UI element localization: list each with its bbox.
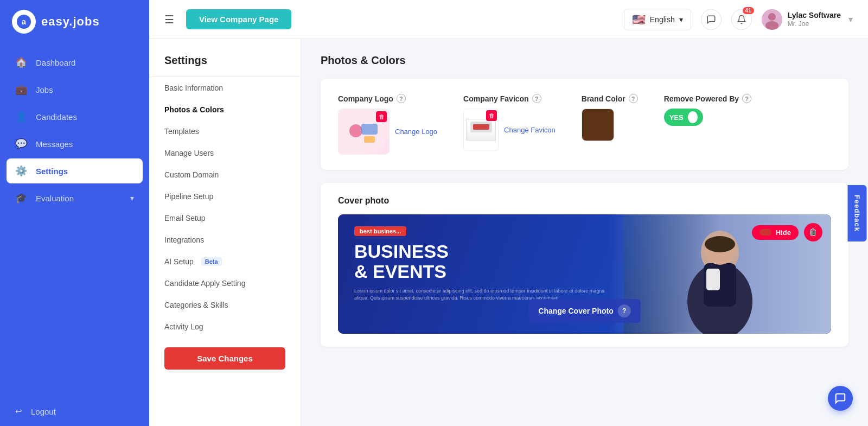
remove-powered-by-toggle[interactable]: YES [664,109,703,126]
language-label: English [650,15,675,24]
user-role: Mr. Joe [788,20,841,29]
company-logo-label: Company Logo ? [338,94,437,103]
settings-nav-email-setup[interactable]: Email Setup [149,207,301,229]
favicon-inner [466,119,496,141]
settings-nav-categories-skills[interactable]: Categories & Skills [149,294,301,316]
photos-colors-card: Company Logo ? [321,79,848,170]
toggle-knob [688,111,698,123]
settings-nav-basic-information[interactable]: Basic Information [149,77,301,99]
topbar-right: 🇺🇸 English ▾ 41 [624,9,853,30]
remove-powered-by-col: Remove Powered By ? YES [664,94,752,126]
remove-powered-by-label: Remove Powered By ? [664,94,752,103]
view-company-button[interactable]: View Company Page [186,9,291,29]
brand-color-help-icon[interactable]: ? [629,94,638,103]
settings-nav-custom-domain[interactable]: Custom Domain [149,164,301,186]
cover-photo-title: Cover photo [338,196,831,206]
svg-point-15 [705,236,735,252]
user-company: Lylac Software [788,10,841,20]
user-avatar [762,9,782,30]
logout-icon: ↩ [15,406,22,416]
change-cover-button[interactable]: Change Cover Photo ? [528,299,640,323]
jobs-icon: 💼 [15,84,27,96]
chat-icon-button[interactable] [701,9,722,30]
logout-button[interactable]: ↩ Logout [0,397,149,426]
settings-nav-candidate-apply[interactable]: Candidate Apply Setting [149,272,301,294]
feedback-tab[interactable]: Feedback [848,185,867,241]
favicon-delete-button[interactable]: 🗑 [486,110,497,121]
sidebar: a easy.jobs 🏠 Dashboard 💼 Jobs 👤 Candida… [0,0,149,426]
brand-color-swatch[interactable] [582,109,614,141]
company-favicon-help-icon[interactable]: ? [532,94,541,103]
notification-badge: 41 [743,7,754,14]
company-logo-preview: 🗑 [338,109,390,155]
cover-overlay-bottom: Change Cover Photo ? [338,323,831,334]
change-favicon-link[interactable]: Change Favicon [504,126,556,134]
svg-point-4 [765,21,778,30]
sidebar-item-messages[interactable]: 💬 Messages [0,130,149,157]
sidebar-item-jobs[interactable]: 💼 Jobs [0,76,149,103]
cover-delete-button[interactable]: 🗑 [804,223,822,241]
chat-bubble-button[interactable] [828,386,853,411]
sidebar-item-dashboard[interactable]: 🏠 Dashboard [0,49,149,76]
hide-button[interactable]: Hide [752,225,799,240]
settings-nav-templates[interactable]: Templates [149,120,301,142]
svg-rect-8 [364,136,375,143]
cover-tag: best busines... [354,226,406,236]
settings-icon: ⚙️ [15,165,27,177]
cover-top-actions: Hide 🗑 [752,223,822,241]
settings-nav-photos-colors[interactable]: Photos & Colors [149,99,301,120]
company-logo-col: Company Logo ? [338,94,437,155]
svg-text:a: a [22,17,26,26]
topbar: ☰ View Company Page 🇺🇸 English ▾ 41 [149,0,868,39]
cover-person-svg [676,214,763,334]
settings-nav-pipeline-setup[interactable]: Pipeline Setup [149,186,301,207]
cover-image: best busines... BUSINESS & EVENTS Lorem … [338,214,831,334]
lang-chevron: ▾ [679,15,683,24]
logo-icon: a [12,10,36,34]
hamburger-icon[interactable]: ☰ [164,13,174,26]
settings-nav-ai-setup[interactable]: AI Setup Beta [149,251,301,272]
sidebar-item-candidates[interactable]: 👤 Candidates [0,103,149,130]
sidebar-item-settings[interactable]: ⚙️ Settings [7,158,143,183]
company-logo-help-icon[interactable]: ? [397,94,406,103]
home-icon: 🏠 [15,56,27,68]
settings-title: Settings [149,54,301,77]
remove-powered-by-help-icon[interactable]: ? [742,94,751,103]
sidebar-item-evaluation[interactable]: 🎓 Evaluation ▾ [0,185,149,212]
change-cover-help-icon: ? [618,304,631,317]
settings-nav-manage-users[interactable]: Manage Users [149,142,301,164]
notification-button[interactable]: 41 [731,9,752,30]
hide-toggle [760,229,771,236]
beta-badge: Beta [201,257,222,266]
svg-rect-16 [706,269,720,290]
cover-photo-section: Cover photo best busines... BUSINESS & E… [321,183,848,347]
settings-nav-activity-log[interactable]: Activity Log [149,316,301,338]
user-chevron: ▾ [848,14,853,24]
settings-sidebar: Settings Basic Information Photos & Colo… [149,39,301,426]
svg-rect-7 [361,124,378,135]
user-profile[interactable]: Lylac Software Mr. Joe ▾ [762,9,853,30]
settings-nav-integrations[interactable]: Integrations [149,229,301,251]
toggle-container: YES [664,109,752,126]
company-favicon-preview: 🗑 [463,109,499,151]
content-area: Settings Basic Information Photos & Colo… [149,39,868,426]
save-changes-button[interactable]: Save Changes [164,347,285,370]
company-favicon-col: Company Favicon ? [463,94,556,151]
photos-colors-title: Photos & Colors [321,54,848,67]
app-name: easy.jobs [41,15,100,29]
main-content: Photos & Colors Company Logo ? [301,39,868,426]
sidebar-logo: a easy.jobs [0,0,149,43]
brand-color-label: Brand Color ? [582,94,638,103]
svg-point-6 [349,124,362,137]
brand-color-col: Brand Color ? [582,94,638,141]
company-favicon-label: Company Favicon ? [463,94,556,103]
logo-delete-button[interactable]: 🗑 [376,111,387,122]
photos-row: Company Logo ? [338,94,831,155]
language-selector[interactable]: 🇺🇸 English ▾ [624,9,691,30]
change-logo-link[interactable]: Change Logo [395,128,437,136]
svg-point-3 [768,13,776,21]
evaluation-chevron: ▾ [130,194,134,202]
candidates-icon: 👤 [15,111,27,123]
sidebar-navigation: 🏠 Dashboard 💼 Jobs 👤 Candidates 💬 Messag… [0,43,149,397]
messages-icon: 💬 [15,138,27,150]
